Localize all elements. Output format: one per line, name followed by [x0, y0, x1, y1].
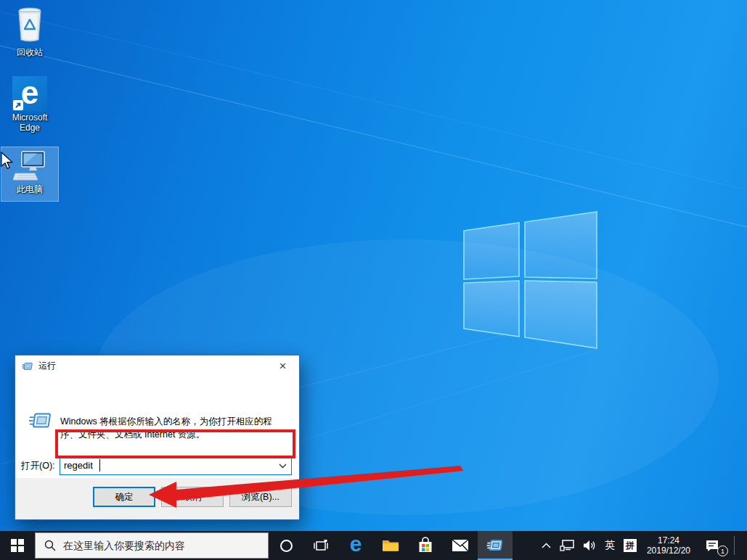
dialog-description: Windows 将根据你所输入的名称，为你打开相应的程序、文件夹、文档或 Int…	[60, 415, 287, 441]
open-label: 打开(O):	[21, 460, 55, 472]
notification-badge: 1	[717, 545, 728, 556]
taskbar-store-button[interactable]	[408, 531, 443, 560]
clock-date: 2019/12/20	[647, 545, 690, 556]
windows-logo-icon	[11, 539, 24, 552]
chevron-down-icon[interactable]	[279, 464, 287, 469]
tray-expand-button[interactable]	[540, 531, 552, 560]
edge-logo-glyph: e	[21, 77, 38, 109]
task-view-button[interactable]	[303, 531, 338, 560]
run-dialog: 运行 × Windows 将根据你所输入的名称，为你打开相应的程序、文件夹、文档…	[15, 355, 300, 520]
mail-icon	[452, 539, 469, 552]
dialog-footer: 确定 取消 浏览(B)...	[15, 478, 299, 519]
network-tray-button[interactable]	[558, 531, 576, 560]
run-app-icon	[486, 537, 504, 554]
run-command-input[interactable]	[60, 456, 275, 474]
cortana-icon	[280, 540, 293, 552]
desktop-icon-this-pc[interactable]: 此电脑	[1, 147, 58, 201]
run-icon-large	[28, 408, 53, 433]
chevron-up-icon	[542, 543, 551, 548]
windows-logo-panes	[464, 212, 597, 348]
ime-mode-indicator[interactable]: 拼	[622, 531, 638, 560]
edge-icon: e	[350, 533, 362, 555]
desktop-icon-recycle-bin[interactable]: 回收站	[1, 3, 58, 57]
edge-icon: e	[12, 76, 47, 111]
ime-language-indicator[interactable]: 英	[603, 531, 616, 560]
light-ray	[0, 46, 747, 227]
this-pc-icon	[13, 149, 46, 183]
taskbar-search[interactable]	[35, 532, 269, 559]
desktop-icon-label: Microsoft Edge	[1, 112, 58, 133]
dialog-titlebar: 运行 ×	[15, 355, 299, 376]
search-input[interactable]	[63, 540, 252, 551]
browse-button[interactable]: 浏览(B)...	[229, 487, 292, 507]
taskbar-file-explorer-button[interactable]	[373, 531, 408, 560]
close-button[interactable]: ×	[266, 355, 299, 376]
taskbar: e	[0, 531, 747, 560]
volume-tray-button[interactable]	[581, 531, 597, 560]
start-button[interactable]	[0, 531, 35, 560]
desktop: 回收站 e Microsoft Edge 此电脑	[0, 0, 747, 560]
desktop-icon-microsoft-edge[interactable]: e Microsoft Edge	[1, 74, 58, 133]
action-center-button[interactable]: 1	[699, 531, 725, 560]
shortcut-arrow-icon	[13, 100, 23, 110]
dialog-body: Windows 将根据你所输入的名称，为你打开相应的程序、文件夹、文档或 Int…	[15, 376, 299, 479]
run-icon	[22, 361, 33, 372]
open-combobox[interactable]	[60, 456, 292, 475]
speaker-icon	[583, 540, 596, 551]
network-icon	[560, 540, 574, 551]
taskbar-clock[interactable]: 17:24 2019/12/20	[644, 531, 693, 560]
file-explorer-icon	[382, 538, 399, 553]
ok-button[interactable]: 确定	[93, 487, 155, 507]
system-tray: 英 拼 17:24 2019/12/20 1	[540, 531, 747, 560]
cortana-button[interactable]	[269, 531, 303, 560]
taskbar-edge-button[interactable]: e	[338, 531, 373, 560]
cancel-button[interactable]: 取消	[161, 487, 224, 507]
show-desktop-divider	[734, 536, 735, 555]
search-icon	[44, 540, 56, 551]
dialog-title: 运行	[38, 360, 56, 372]
show-desktop-button[interactable]	[740, 531, 744, 560]
taskbar-mail-button[interactable]	[443, 531, 478, 560]
desktop-icon-label: 此电脑	[1, 184, 58, 194]
desktop-icon-label: 回收站	[1, 47, 58, 57]
microsoft-store-icon	[417, 537, 433, 554]
taskbar-run-app-button[interactable]	[478, 531, 513, 560]
task-view-icon	[314, 539, 328, 552]
light-ray	[0, 12, 747, 190]
clock-time: 17:24	[647, 535, 690, 545]
text-caret	[99, 459, 100, 472]
recycle-bin-icon	[13, 5, 46, 46]
